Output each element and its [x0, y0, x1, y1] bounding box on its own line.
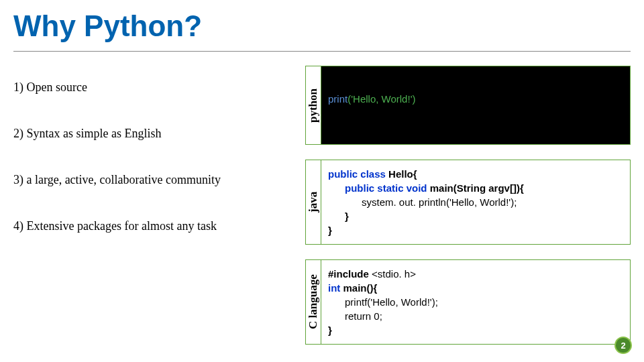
code-keyword: public class: [328, 168, 388, 180]
code-text: <stdio. h>: [369, 268, 416, 280]
code-content-java: public class Hello{ public static void m…: [321, 160, 631, 245]
code-text: system. out. println('Hello, World!');: [328, 196, 517, 208]
bullet-item: 2) Syntax as simple as English: [13, 127, 302, 141]
bullet-item: 1) Open source: [13, 80, 302, 95]
code-examples: python print('Hello, World!') java publi…: [305, 66, 631, 359]
slide-title: Why Python?: [13, 9, 202, 43]
bullet-item: 3) a large, active, collaborative commun…: [13, 173, 302, 187]
code-box-python: python print('Hello, World!'): [305, 66, 631, 145]
bullet-list: 1) Open source 2) Syntax as simple as En…: [13, 80, 302, 265]
code-text: }: [328, 210, 349, 222]
code-keyword: public static void: [328, 182, 430, 194]
code-label-java: java: [305, 160, 321, 245]
page-number-badge: 2: [614, 337, 632, 354]
bullet-item: 4) Extensive packages for almost any tas…: [13, 219, 302, 233]
code-box-c: C language #include <stdio. h> int main(…: [305, 259, 631, 345]
code-text: }: [328, 225, 332, 236]
code-label-c: C language: [305, 259, 321, 345]
code-content-python: print('Hello, World!'): [321, 66, 631, 145]
code-box-java: java public class Hello{ public static v…: [305, 160, 631, 245]
code-text: return 0;: [328, 310, 382, 322]
code-label-python: python: [305, 66, 321, 145]
code-string: ('Hello, World!'): [347, 93, 415, 105]
code-text: }: [328, 324, 332, 336]
code-text: Hello{: [388, 168, 417, 180]
code-text: argv[]){: [488, 182, 524, 194]
code-content-c: #include <stdio. h> int main(){ printf('…: [321, 259, 631, 345]
code-keyword: print: [328, 93, 347, 105]
code-text: main(String: [430, 182, 489, 194]
code-keyword: #include: [328, 268, 369, 280]
code-text: main(){: [343, 282, 378, 294]
code-keyword: int: [328, 282, 343, 294]
code-text: printf('Hello, World!');: [328, 296, 438, 308]
title-divider: [13, 51, 631, 52]
